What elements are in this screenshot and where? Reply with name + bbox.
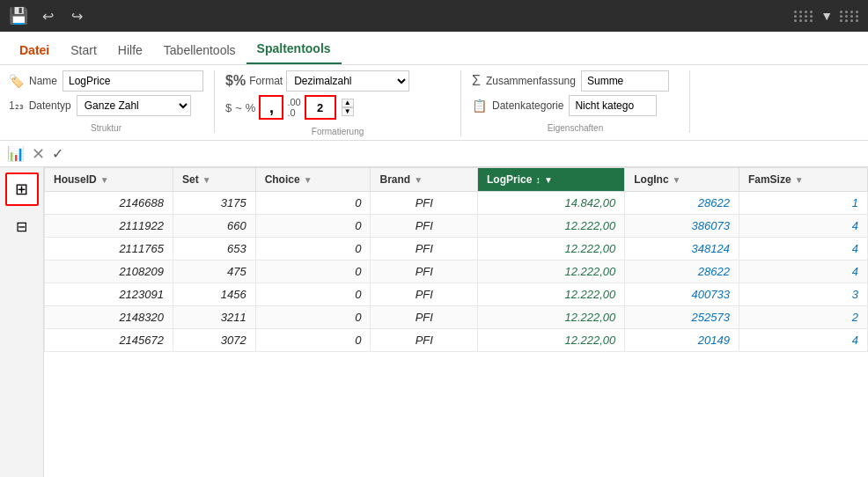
decimal-input[interactable]: 2 (305, 95, 336, 120)
cell-logprice: 12.222,00 (478, 261, 625, 283)
save-icon[interactable]: 💾 (9, 6, 28, 26)
cell-loginc: 386073 (625, 215, 739, 238)
cell-set: 3175 (173, 192, 256, 215)
undo-button[interactable]: ↩ (39, 6, 57, 26)
title-bar-right: ▼ (794, 9, 859, 23)
spinner-down[interactable]: ▼ (342, 107, 354, 116)
cell-choice: 0 (255, 329, 371, 352)
zusammenfassung-input[interactable] (581, 70, 669, 92)
menu-bar: Datei Start Hilfe Tabellentools Spaltent… (0, 32, 868, 65)
apps-grid-left (794, 11, 813, 22)
main-area: ⊞ ⊟ HouseID ▼ Set ▼ (0, 167, 868, 477)
sigma-icon: Σ (472, 73, 481, 89)
decimal-spinner: ▲ ▼ (342, 99, 354, 116)
cell-loginc: 28622 (625, 261, 739, 283)
col-header-set[interactable]: Set ▼ (173, 168, 256, 192)
menu-spaltentools[interactable]: Spaltentools (246, 36, 342, 64)
cell-logprice: 14.842,00 (478, 192, 625, 215)
cell-houseid: 2111765 (45, 238, 173, 261)
col-header-choice[interactable]: Choice ▼ (255, 168, 371, 192)
cell-houseid: 2145672 (45, 329, 173, 352)
filter-choice[interactable]: ▼ (304, 175, 313, 185)
name-label: Name (29, 75, 57, 87)
dtype-select[interactable]: Ganze Zahl Dezimalzahl Text Datum (77, 95, 191, 116)
filter-loginc[interactable]: ▼ (673, 175, 681, 185)
table-container[interactable]: HouseID ▼ Set ▼ Choice ▼ (44, 167, 868, 477)
apps-grid-right (840, 11, 859, 22)
cell-brand: PFI (371, 192, 478, 215)
confirm-button[interactable]: ✓ (52, 145, 63, 162)
cell-set: 1456 (173, 283, 256, 306)
ribbon: 🏷️ Name 1₂₃ Datentyp Ganze Zahl Dezimalz… (0, 65, 868, 141)
menu-tabellentools[interactable]: Tabellentools (153, 38, 246, 64)
col-header-houseid[interactable]: HouseID ▼ (45, 168, 173, 192)
zusammenfassung-label: Zusammenfassung (486, 75, 576, 87)
table-row: 21119226600PFI12.222,003860734 (45, 215, 868, 238)
formula-bar: 📊 ✕ ✓ (0, 141, 868, 167)
name-input[interactable] (63, 70, 203, 92)
cell-choice: 0 (255, 306, 371, 329)
menu-hilfe[interactable]: Hilfe (107, 38, 153, 64)
spinner-up[interactable]: ▲ (342, 99, 354, 107)
cancel-button[interactable]: ✕ (32, 144, 45, 164)
cell-houseid: 2108209 (45, 261, 173, 283)
redo-button[interactable]: ↪ (68, 6, 86, 26)
comma-button[interactable]: , (259, 95, 283, 120)
col-header-brand[interactable]: Brand ▼ (371, 168, 478, 192)
cell-logprice: 12.222,00 (478, 329, 625, 352)
cell-houseid: 2146688 (45, 192, 173, 215)
sort-logprice[interactable]: ↕ (535, 174, 541, 185)
cell-famsize: 4 (739, 329, 867, 352)
menu-datei[interactable]: Datei (9, 38, 60, 64)
cell-famsize: 4 (739, 261, 867, 283)
filter-houseid[interactable]: ▼ (100, 175, 109, 185)
col-header-famsize[interactable]: FamSize ▼ (739, 168, 867, 192)
cell-choice: 0 (255, 283, 371, 306)
dropdown-arrow[interactable]: ▼ (820, 9, 833, 23)
col-header-logprice[interactable]: LogPrice ↕ ▼ (478, 168, 625, 192)
cell-loginc: 348124 (625, 238, 739, 261)
cell-houseid: 2123091 (45, 283, 173, 306)
table-row: 214668831750PFI14.842,00286221 (45, 192, 868, 215)
percent-sign: % (246, 101, 256, 114)
format-select[interactable]: Dezimalzahl Währung Prozent Datum (286, 70, 409, 92)
cell-choice: 0 (255, 215, 371, 238)
cell-logprice: 12.222,00 (478, 215, 625, 238)
cell-houseid: 2148320 (45, 306, 173, 329)
cell-famsize: 1 (739, 192, 867, 215)
sidebar-table-icon[interactable]: ⊞ (5, 172, 39, 206)
cell-loginc: 400733 (625, 283, 739, 306)
cell-brand: PFI (371, 283, 478, 306)
filter-famsize[interactable]: ▼ (795, 175, 804, 185)
cell-logprice: 12.222,00 (478, 306, 625, 329)
datenkategorie-input[interactable] (569, 95, 657, 116)
col-header-loginc[interactable]: LogInc ▼ (625, 168, 739, 192)
cell-set: 653 (173, 238, 256, 261)
decimal-dots: .00.0 (287, 97, 300, 118)
table-row: 212309114560PFI12.222,004007333 (45, 283, 868, 306)
eigenschaften-label: Eigenschaften (472, 120, 679, 133)
cell-choice: 0 (255, 192, 371, 215)
tilde-sign: ~ (235, 101, 242, 114)
cell-loginc: 20149 (625, 329, 739, 352)
dtype-icon: 1₂₃ (9, 99, 24, 112)
cell-set: 3072 (173, 329, 256, 352)
dollar-percent-icon: $% (225, 73, 246, 89)
formula-bar-chart-icon: 📊 (7, 145, 25, 162)
cell-logprice: 12.222,00 (478, 283, 625, 306)
filter-set[interactable]: ▼ (202, 175, 211, 185)
cell-brand: PFI (371, 261, 478, 283)
data-table: HouseID ▼ Set ▼ Choice ▼ (44, 167, 868, 352)
sidebar: ⊞ ⊟ (0, 167, 44, 477)
ribbon-group-formatierung: $% Format Dezimalzahl Währung Prozent Da… (215, 70, 461, 136)
dtype-label: Datentyp (29, 99, 71, 112)
struktur-label: Struktur (9, 120, 203, 133)
table-row: 214567230720PFI12.222,00201494 (45, 329, 868, 352)
filter-brand[interactable]: ▼ (414, 175, 423, 185)
name-icon: 🏷️ (9, 74, 24, 88)
filter-logprice[interactable]: ▼ (544, 175, 553, 185)
sidebar-relation-icon[interactable]: ⊟ (5, 209, 39, 243)
cell-set: 3211 (173, 306, 256, 329)
menu-start[interactable]: Start (60, 38, 107, 64)
cell-choice: 0 (255, 238, 371, 261)
